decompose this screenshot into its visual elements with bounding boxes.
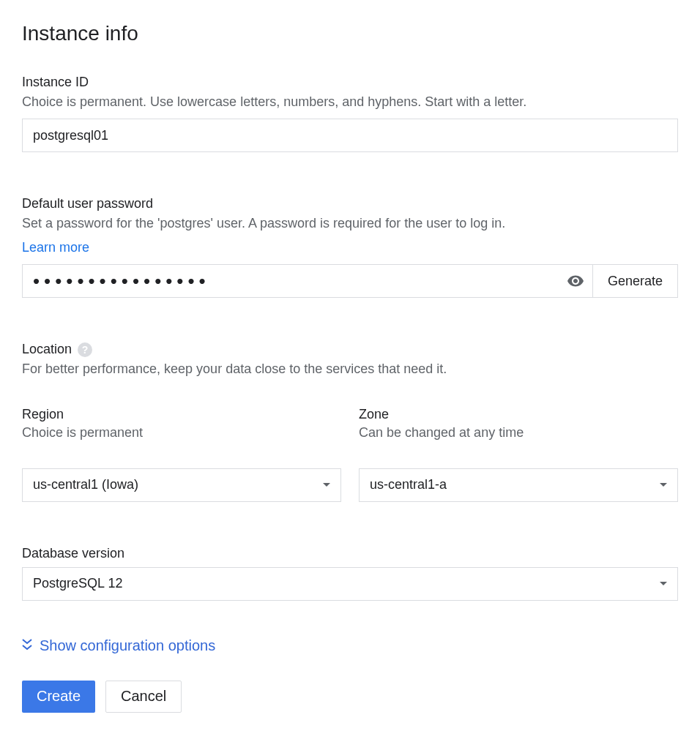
dropdown-arrow-icon bbox=[323, 483, 330, 487]
region-value: us-central1 (Iowa) bbox=[33, 477, 138, 492]
zone-select[interactable]: us-central1-a bbox=[359, 468, 678, 502]
password-input[interactable] bbox=[22, 264, 593, 298]
region-hint: Choice is permanent bbox=[22, 425, 341, 441]
instance-id-hint: Choice is permanent. Use lowercase lette… bbox=[22, 93, 678, 111]
password-label: Default user password bbox=[22, 196, 678, 211]
learn-more-link[interactable]: Learn more bbox=[22, 240, 89, 255]
help-icon[interactable]: ? bbox=[78, 342, 92, 357]
cancel-button[interactable]: Cancel bbox=[105, 681, 182, 713]
location-hint: For better performance, keep your data c… bbox=[22, 360, 678, 378]
database-version-label: Database version bbox=[22, 546, 678, 561]
region-select[interactable]: us-central1 (Iowa) bbox=[22, 468, 341, 502]
region-column: Region Choice is permanent us-central1 (… bbox=[22, 407, 341, 502]
location-section: Location ? For better performance, keep … bbox=[22, 342, 678, 501]
password-section: Default user password Set a password for… bbox=[22, 196, 678, 298]
zone-column: Zone Can be changed at any time us-centr… bbox=[359, 407, 678, 502]
visibility-icon[interactable] bbox=[567, 272, 584, 290]
zone-value: us-central1-a bbox=[370, 477, 447, 492]
button-row: Create Cancel bbox=[22, 681, 678, 713]
database-version-section: Database version PostgreSQL 12 bbox=[22, 546, 678, 601]
double-chevron-down-icon bbox=[22, 637, 32, 654]
database-version-value: PostgreSQL 12 bbox=[33, 576, 122, 591]
instance-id-input[interactable] bbox=[22, 119, 678, 152]
dropdown-arrow-icon bbox=[660, 582, 667, 585]
show-configuration-options-link[interactable]: Show configuration options bbox=[22, 637, 678, 654]
location-label: Location ? bbox=[22, 342, 678, 357]
location-label-text: Location bbox=[22, 342, 72, 357]
generate-button[interactable]: Generate bbox=[593, 264, 678, 298]
instance-id-section: Instance ID Choice is permanent. Use low… bbox=[22, 75, 678, 152]
zone-label: Zone bbox=[359, 407, 678, 422]
database-version-select[interactable]: PostgreSQL 12 bbox=[22, 567, 678, 601]
page-title: Instance info bbox=[22, 22, 678, 45]
region-label: Region bbox=[22, 407, 341, 422]
password-hint: Set a password for the 'postgres' user. … bbox=[22, 214, 678, 233]
zone-hint: Can be changed at any time bbox=[359, 425, 678, 441]
expand-label: Show configuration options bbox=[40, 637, 215, 654]
instance-id-label: Instance ID bbox=[22, 75, 678, 90]
dropdown-arrow-icon bbox=[660, 483, 667, 487]
create-button[interactable]: Create bbox=[22, 681, 95, 713]
